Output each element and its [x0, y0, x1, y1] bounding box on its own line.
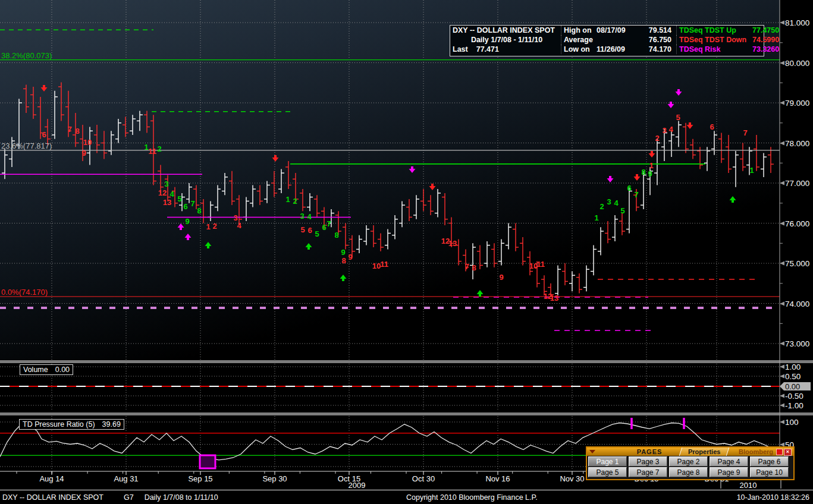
- tdseq-risk-label: TDSeq Risk: [676, 45, 752, 54]
- svg-text:9: 9: [648, 169, 652, 178]
- bloomberg-brand: Bloomberg: [739, 448, 773, 456]
- pages-titlebar[interactable]: PAGES Properties Bloomberg ×: [587, 448, 793, 456]
- svg-text:2: 2: [157, 144, 161, 153]
- svg-text:Oct 30: Oct 30: [412, 474, 435, 483]
- page-button-page-8[interactable]: Page 8: [669, 467, 708, 477]
- svg-text:2: 2: [212, 222, 216, 231]
- period-label: Daily 1/7/08 - 1/11/10: [450, 35, 561, 45]
- minimize-button[interactable]: [776, 449, 783, 455]
- close-icon[interactable]: ×: [784, 449, 792, 456]
- svg-text:7: 7: [327, 219, 331, 228]
- average-label: Average: [561, 35, 597, 45]
- svg-text:4: 4: [307, 212, 312, 221]
- td-count-numbers: 6781091112312413567891234123456567898910…: [42, 113, 754, 303]
- high-date: 08/17/09: [597, 26, 638, 35]
- svg-text:4: 4: [169, 190, 174, 199]
- svg-text:8: 8: [472, 263, 476, 272]
- tab-properties[interactable]: Properties: [679, 448, 729, 456]
- svg-text:7: 7: [743, 128, 747, 137]
- page-button-page-6[interactable]: Page 6: [750, 456, 789, 467]
- svg-text:1: 1: [594, 213, 598, 222]
- svg-text:5: 5: [177, 194, 181, 203]
- svg-text:3: 3: [607, 197, 611, 206]
- tdst-down-label: TDSeq TDST Down: [676, 35, 752, 45]
- pages-window: PAGES Properties Bloomberg × Page 1Page …: [586, 446, 795, 480]
- svg-text:2: 2: [293, 197, 297, 206]
- svg-text:1: 1: [749, 166, 754, 175]
- page-button-page-9[interactable]: Page 9: [710, 467, 748, 477]
- svg-text:6: 6: [307, 226, 312, 235]
- pages-row-1: Page 1Page 3Page 2Page 4Page 6: [587, 456, 793, 467]
- svg-text:38.2%(80.073): 38.2%(80.073): [1, 51, 52, 60]
- status-datetime: 10-Jan-2010 18:32:26: [737, 493, 809, 502]
- svg-text:-0.50: -0.50: [785, 392, 803, 401]
- svg-text:1: 1: [206, 222, 210, 231]
- svg-text:Sep 30: Sep 30: [262, 474, 287, 483]
- low-date: 11/26/09: [597, 45, 638, 54]
- svg-text:2: 2: [599, 202, 604, 211]
- page-button-page-5[interactable]: Page 5: [588, 467, 627, 477]
- svg-text:0.0%(74.170): 0.0%(74.170): [1, 288, 48, 297]
- level-lines: [0, 30, 780, 330]
- svg-text:7: 7: [190, 199, 194, 208]
- svg-text:9: 9: [348, 253, 352, 262]
- tdst-down-value: 74.5990: [752, 35, 781, 45]
- svg-text:13: 13: [163, 198, 171, 207]
- page-button-page-1[interactable]: Page 1: [588, 456, 627, 467]
- svg-text:10: 10: [372, 262, 381, 270]
- svg-text:Nov 30: Nov 30: [560, 474, 584, 483]
- svg-text:6: 6: [183, 202, 187, 211]
- svg-text:8: 8: [341, 256, 346, 265]
- svg-text:7: 7: [67, 125, 71, 134]
- svg-text:8: 8: [641, 168, 645, 177]
- svg-text:9: 9: [185, 217, 189, 226]
- last-price: Last77.471: [450, 45, 561, 54]
- svg-text:6: 6: [42, 130, 46, 139]
- legend-box: DXY -- DOLLAR INDEX SPOT High on 08/17/0…: [450, 25, 764, 56]
- page-button-page-10[interactable]: Page 10: [750, 467, 789, 477]
- page-button-page-7[interactable]: Page 7: [629, 467, 667, 477]
- svg-text:2010: 2010: [740, 481, 757, 490]
- volume-study-label[interactable]: Volume0.00: [20, 364, 73, 375]
- pages-row-2: Page 5Page 7Page 8Page 9Page 10: [587, 467, 793, 477]
- svg-text:79.000: 79.000: [785, 99, 809, 108]
- status-security: DXY -- DOLLAR INDEX SPOTG7Daily 1/7/08 t…: [2, 493, 218, 502]
- svg-text:Nov 16: Nov 16: [485, 474, 510, 483]
- pages-window-title: PAGES: [629, 448, 670, 456]
- svg-text:2009: 2009: [349, 481, 366, 490]
- tdseq-risk-value: 73.3260: [752, 45, 781, 54]
- svg-text:5: 5: [300, 225, 305, 234]
- svg-text:23.6%(77.817): 23.6%(77.817): [1, 141, 52, 150]
- svg-text:13: 13: [550, 294, 558, 303]
- svg-text:9: 9: [341, 248, 345, 257]
- pressure-study-label[interactable]: TD Pressure Ratio (5)39.69: [19, 419, 124, 430]
- svg-text:Aug 31: Aug 31: [114, 474, 138, 483]
- svg-text:5: 5: [676, 113, 680, 122]
- svg-text:7: 7: [464, 262, 469, 271]
- tdst-up-value: 77.4750: [752, 26, 781, 35]
- svg-text:8: 8: [75, 127, 79, 136]
- svg-text:1: 1: [649, 161, 653, 170]
- panel-frames: [0, 0, 813, 471]
- svg-text:7: 7: [634, 190, 638, 199]
- high-label: High on: [561, 26, 597, 35]
- svg-text:9: 9: [499, 273, 503, 282]
- svg-text:4: 4: [614, 199, 619, 207]
- copyright-text: Copyright 2010 Bloomberg Finance L.P.: [406, 493, 538, 502]
- svg-text:11: 11: [380, 260, 388, 269]
- svg-text:81.000: 81.000: [785, 18, 809, 27]
- y-axis: 81.00080.00079.00078.00077.00076.00075.0…: [780, 18, 811, 449]
- svg-text:Aug 14: Aug 14: [39, 474, 64, 483]
- dropdown-caret-icon[interactable]: [589, 450, 595, 453]
- svg-text:77.000: 77.000: [785, 179, 809, 188]
- page-button-page-3[interactable]: Page 3: [629, 456, 667, 467]
- low-label: Low on: [561, 45, 597, 54]
- svg-text:74.000: 74.000: [785, 300, 809, 308]
- status-bar: DXY -- DOLLAR INDEX SPOTG7Daily 1/7/08 t…: [0, 490, 813, 504]
- svg-text:1: 1: [285, 195, 290, 204]
- svg-text:10: 10: [83, 138, 92, 147]
- page-button-page-2[interactable]: Page 2: [669, 456, 708, 467]
- status-market-code: G7: [124, 493, 134, 502]
- svg-text:Sep 15: Sep 15: [188, 474, 212, 483]
- page-button-page-4[interactable]: Page 4: [710, 456, 748, 467]
